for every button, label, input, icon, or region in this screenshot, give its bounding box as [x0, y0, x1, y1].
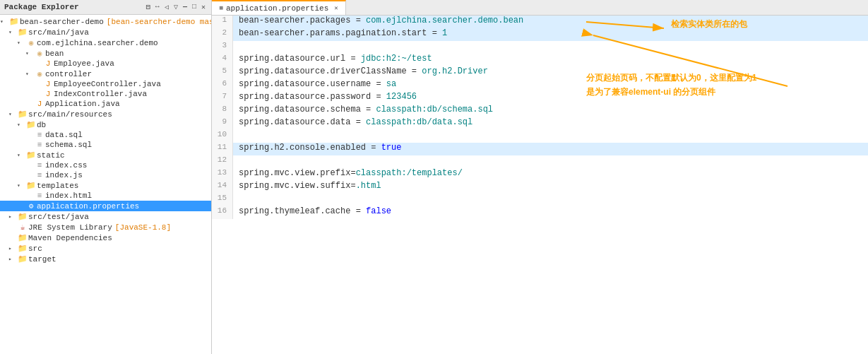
tree-item-templates[interactable]: ▾📁templates: [0, 180, 211, 191]
tree-item-src-main-resources[interactable]: ▾📁src/main/resources: [0, 109, 211, 119]
line-content[interactable]: spring.datasource.url = jdbc:h2:~/test: [233, 54, 868, 66]
editor-content: 1bean-searcher.packages = com.ejlchina.s…: [212, 16, 868, 354]
tree-arrow: ▾: [25, 50, 34, 57]
tree-item-index-controller-java[interactable]: JIndexController.java: [0, 89, 211, 99]
tree-item-label: db: [37, 121, 46, 129]
code-line-14: 14spring.mvc.view.suffix=.html: [212, 181, 868, 194]
tree-item-jre[interactable]: ☕JRE System Library[JavaSE-1.8]: [0, 222, 211, 232]
tree-item-icon: ≡: [34, 191, 45, 200]
tree-item-com-ejlchina-searcher-demo[interactable]: ▾◉com.ejlchina.searcher.demo: [0, 37, 211, 48]
tree-item-icon: J: [34, 100, 45, 108]
line-number: 6: [212, 79, 233, 92]
code-token: false: [366, 206, 391, 216]
back-icon[interactable]: ◁: [163, 2, 170, 12]
code-token: 123456: [386, 92, 417, 102]
tab-close-icon[interactable]: ✕: [334, 4, 338, 12]
line-content[interactable]: [233, 130, 868, 143]
tree-item-db[interactable]: ▾📁db: [0, 119, 211, 130]
tree-item-schema-sql[interactable]: ≡schema.sql: [0, 140, 211, 150]
code-line-8: 8spring.datasource.schema = classpath:db…: [212, 105, 868, 117]
tree-item-bean-searcher-demo[interactable]: ▾📁bean-searcher-demo[bean-searcher-demo …: [0, 16, 211, 27]
tree-item-icon: J: [42, 59, 54, 68]
tree-item-controller[interactable]: ▾◉controller: [0, 69, 211, 79]
tree-item-src[interactable]: ▸📁src: [0, 243, 211, 254]
code-token: org.h2.Driver: [422, 66, 488, 76]
line-content[interactable]: spring.datasource.schema = classpath:db/…: [233, 105, 868, 117]
tree-item-static[interactable]: ▾📁static: [0, 150, 211, 160]
tree-item-label: bean: [45, 49, 64, 58]
line-content[interactable]: spring.h2.console.enabled = true: [233, 143, 868, 155]
tree-arrow: ▸: [8, 213, 17, 220]
main-layout: Package Explorer ⊟ ↔ ◁ ▽ — □ ✕ ▾📁bean-se…: [0, 0, 868, 354]
tree-item-icon: ≡: [34, 141, 45, 149]
tree-item-label: index.js: [45, 171, 83, 179]
tree-item-label: schema.sql: [45, 141, 92, 149]
tree-arrow: ▾: [17, 182, 25, 189]
tree-item-sublabel: [JavaSE-1.8]: [115, 223, 171, 232]
code-line-1: 1bean-searcher.packages = com.ejlchina.s…: [212, 16, 868, 28]
code-token: com.ejlchina.searcher.demo.bean: [366, 16, 523, 25]
tree-item-maven-deps[interactable]: 📁Maven Dependencies: [0, 232, 211, 243]
line-content[interactable]: spring.mvc.view.suffix=.html: [233, 181, 868, 194]
code-line-11: 11spring.h2.console.enabled = true: [212, 143, 868, 155]
code-line-6: 6spring.datasource.username = sa: [212, 79, 868, 92]
tree-item-label: static: [37, 151, 65, 160]
tree-item-target[interactable]: ▸📁target: [0, 254, 211, 264]
code-token: spring.datasource.driverClassName =: [239, 66, 422, 76]
tree-arrow: ▾: [0, 18, 8, 25]
editor-area: ■ application.properties ✕ 1bean-searche…: [212, 0, 868, 354]
line-content[interactable]: spring.datasource.data = classpath:db/da…: [233, 117, 868, 130]
line-number: 15: [212, 194, 233, 206]
code-token: sa: [386, 79, 396, 89]
tree-item-icon: 📁: [17, 212, 28, 221]
line-number: 4: [212, 54, 233, 66]
tree-item-index-js[interactable]: ≡index.js: [0, 170, 211, 180]
tree-item-icon: J: [42, 80, 54, 88]
line-content[interactable]: [233, 155, 868, 168]
tree-item-employee-java[interactable]: JEmployee.java: [0, 59, 211, 69]
collapse-all-icon[interactable]: ⊟: [145, 2, 152, 12]
minimize-icon[interactable]: —: [182, 2, 189, 12]
line-content[interactable]: bean-searcher.params.pagination.start = …: [233, 28, 868, 41]
tree-item-src-test-java[interactable]: ▸📁src/test/java: [0, 211, 211, 222]
tab-application-properties[interactable]: ■ application.properties ✕: [212, 0, 346, 15]
tree-item-src-main-java[interactable]: ▾📁src/main/java: [0, 27, 211, 37]
line-content[interactable]: spring.thymeleaf.cache = false: [233, 206, 868, 219]
code-token: jdbc:h2:~/test: [361, 54, 432, 64]
tree-item-index-css[interactable]: ≡index.css: [0, 160, 211, 170]
tree-item-icon: ◉: [25, 38, 37, 47]
tree-item-application-properties[interactable]: ⚙application.properties: [0, 201, 211, 211]
code-token: classpath:db/schema.sql: [376, 105, 493, 114]
code-line-15: 15: [212, 194, 868, 206]
line-content[interactable]: spring.datasource.password = 123456: [233, 92, 868, 105]
explorer-header: Package Explorer ⊟ ↔ ◁ ▽ — □ ✕: [0, 0, 211, 15]
tree-item-label: Maven Dependencies: [28, 234, 112, 242]
maximize-icon[interactable]: □: [191, 2, 198, 12]
tree-item-label: src/main/java: [28, 28, 89, 37]
code-token: true: [381, 143, 402, 153]
tree-item-bean[interactable]: ▾◉bean: [0, 48, 211, 59]
code-token: .html: [356, 181, 381, 191]
line-number: 12: [212, 155, 233, 168]
line-content[interactable]: bean-searcher.packages = com.ejlchina.se…: [233, 16, 868, 28]
line-content[interactable]: spring.mvc.view.prefix=classpath:/templa…: [233, 168, 868, 181]
code-token: classpath:/templates/: [356, 168, 463, 178]
line-content[interactable]: spring.datasource.driverClassName = org.…: [233, 66, 868, 79]
line-number: 3: [212, 41, 233, 54]
code-line-4: 4spring.datasource.url = jdbc:h2:~/test: [212, 54, 868, 66]
tree-arrow: ▸: [8, 245, 17, 252]
tree-item-employee-controller-java[interactable]: JEmployeeController.java: [0, 79, 211, 89]
tree-item-icon: ◉: [34, 49, 45, 58]
tree-item-index-html[interactable]: ≡index.html: [0, 191, 211, 201]
line-content[interactable]: spring.datasource.username = sa: [233, 79, 868, 92]
tree-item-application-java[interactable]: JApplication.java: [0, 99, 211, 109]
tree-item-icon: ≡: [34, 161, 45, 170]
close-icon[interactable]: ✕: [200, 2, 207, 12]
line-content[interactable]: [233, 41, 868, 54]
tree-item-data-sql[interactable]: ≡data.sql: [0, 130, 211, 140]
line-content[interactable]: [233, 194, 868, 206]
menu-icon[interactable]: ▽: [172, 2, 179, 12]
tree-item-label: target: [28, 255, 57, 264]
code-line-16: 16spring.thymeleaf.cache = false: [212, 206, 868, 219]
link-editor-icon[interactable]: ↔: [154, 2, 161, 12]
